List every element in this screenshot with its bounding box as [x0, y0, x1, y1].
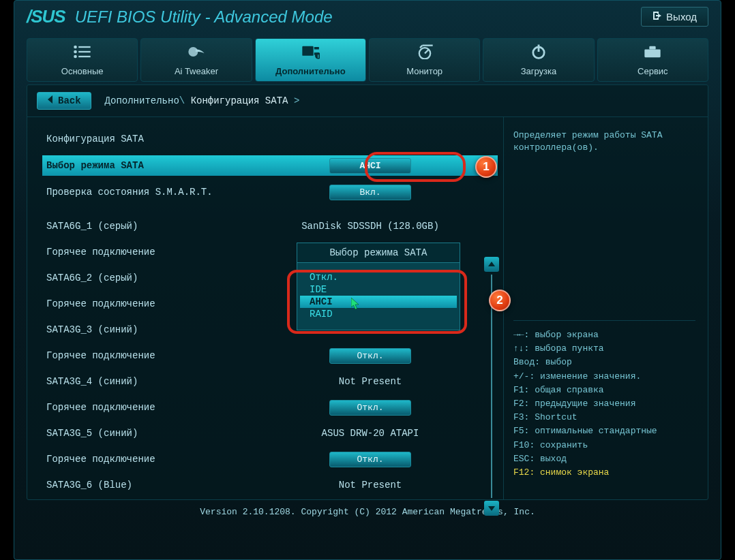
tab-tool[interactable]: Сервис — [597, 38, 708, 82]
port-value: ASUS DRW-20 ATAPI — [292, 428, 449, 439]
row-hotplug-3[interactable]: Горячее подключение Откл. — [46, 346, 498, 365]
hint: F2: предыдущие значения — [513, 398, 695, 410]
hint: F1: общая справка — [513, 384, 695, 396]
bios-window: /SUS UEFI BIOS Utility - Advanced Mode В… — [14, 0, 721, 560]
row-sata3g-6: SATA3G_6 (Blue) Not Present — [46, 476, 498, 495]
svg-rect-1 — [78, 46, 91, 47]
brand-title: UEFI BIOS Utility - Advanced Mode — [75, 7, 333, 27]
row-sata3g-4: SATA3G_4 (синий) Not Present — [46, 372, 498, 391]
svg-rect-3 — [78, 50, 91, 52]
tab-label: Дополнительно — [275, 66, 346, 76]
tab-aitweaker[interactable]: Ai Tweaker — [140, 38, 252, 82]
scroll-up-button[interactable] — [484, 257, 499, 272]
smart-value[interactable]: Вкл. — [329, 185, 411, 200]
footer-text: Version 2.10.1208. Copyright (C) 2012 Am… — [14, 500, 721, 524]
mouse-cursor-icon — [351, 298, 361, 310]
port-label: SATA3G_4 (синий) — [46, 376, 292, 387]
breadcrumb-a[interactable]: Дополнительно — [105, 95, 179, 106]
topbar: /SUS UEFI BIOS Utility - Advanced Mode В… — [14, 1, 721, 33]
row-hotplug-4[interactable]: Горячее подключение Откл. — [46, 398, 498, 417]
port-value: Not Present — [292, 376, 449, 387]
tab-label: Загрузка — [521, 66, 557, 76]
hint: F10: сохранить — [513, 439, 695, 452]
sata-mode-value[interactable]: AHCI — [329, 158, 411, 174]
chevron-left-icon — [47, 95, 54, 106]
svg-point-2 — [74, 50, 77, 53]
dropdown-title: Выбор режима SATA — [297, 243, 460, 263]
exit-button[interactable]: Выход — [641, 7, 708, 27]
smart-label: Проверка состояния S.M.A.R.T. — [46, 187, 292, 198]
svg-point-0 — [74, 45, 77, 48]
fan-icon — [187, 44, 206, 62]
hotplug-label: Горячее подключение — [46, 402, 292, 413]
back-button[interactable]: Back — [37, 92, 91, 110]
chip-icon: i — [301, 44, 320, 62]
list-icon — [73, 44, 92, 62]
breadcrumb-b: Конфигурация SATA — [191, 95, 288, 106]
row-hotplug-5[interactable]: Горячее подключение Откл. — [46, 450, 498, 469]
brand: /SUS UEFI BIOS Utility - Advanced Mode — [27, 6, 333, 27]
port-value: SanDisk SDSSDH (128.0GB) — [292, 221, 449, 232]
tab-monitor[interactable]: Монитор — [369, 38, 480, 82]
hint: +/-: изменение значения. — [513, 371, 695, 383]
tab-label: Основные — [61, 66, 104, 76]
port-label: SATA3G_3 (синий) — [46, 324, 292, 335]
port-label: SATA3G_6 (Blue) — [46, 480, 292, 491]
hotplug-value[interactable]: Откл. — [329, 400, 411, 416]
subheader: Back Дополнительно\ Конфигурация SATA > — [27, 85, 708, 117]
hotplug-label: Горячее подключение — [46, 298, 292, 309]
back-label: Back — [58, 95, 81, 106]
hint: →←: выбор экрана — [513, 329, 695, 341]
hint: ↑↓: выбора пункта — [513, 343, 695, 355]
svg-line-14 — [420, 45, 423, 48]
exit-label: Выход — [666, 11, 697, 22]
row-sata-mode[interactable]: Выбор режима SATA AHCI — [42, 155, 498, 176]
annotation-badge-1: 1 — [475, 156, 497, 178]
svg-rect-5 — [78, 55, 91, 57]
tab-advanced[interactable]: i Дополнительно — [255, 38, 366, 82]
hint: Ввод: выбор — [513, 356, 695, 369]
row-smart[interactable]: Проверка состояния S.M.A.R.T. Вкл. — [46, 183, 498, 202]
hotplug-label: Горячее подключение — [46, 454, 292, 465]
power-icon — [529, 44, 548, 62]
port-label: SATA6G_1 (серый) — [46, 221, 292, 232]
svg-rect-7 — [303, 46, 314, 55]
hint: F3: Shortcut — [513, 411, 695, 424]
tab-label: Ai Tweaker — [175, 66, 218, 76]
svg-line-13 — [425, 49, 429, 53]
hint: F5: оптимальные стандартные — [513, 425, 695, 437]
dropdown-item-ide[interactable]: IDE — [300, 283, 457, 296]
section-title: Конфигурация SATA — [46, 129, 498, 149]
hotplug-value[interactable]: Откл. — [329, 348, 411, 364]
breadcrumb-arrow: > — [294, 95, 299, 106]
port-value: Not Present — [292, 480, 449, 491]
port-label: SATA3G_5 (синий) — [46, 428, 292, 439]
svg-rect-19 — [650, 46, 656, 49]
gauge-icon — [415, 44, 434, 62]
scroll-down-button[interactable] — [484, 501, 499, 516]
dropdown-item-raid[interactable]: RAID — [300, 308, 457, 320]
svg-text:i: i — [318, 54, 319, 59]
hint-f12: F12: снимок экрана — [513, 467, 695, 479]
row-sata3g-5: SATA3G_5 (синий) ASUS DRW-20 ATAPI — [46, 424, 498, 443]
hotplug-value[interactable]: Откл. — [329, 452, 411, 467]
section-title-label: Конфигурация SATA — [46, 134, 292, 144]
help-pane: Определяет режим работы SATA контроллера… — [503, 117, 708, 500]
toolbox-icon — [643, 44, 662, 62]
tab-main[interactable]: Основные — [27, 38, 138, 82]
breadcrumb-sep: \ — [179, 95, 185, 106]
dropdown-item-off[interactable]: Откл. — [300, 271, 457, 283]
tab-boot[interactable]: Загрузка — [483, 38, 594, 82]
exit-icon — [652, 11, 662, 22]
sata-mode-label: Выбор режима SATA — [46, 160, 292, 171]
row-sata6g-1: SATA6G_1 (серый) SanDisk SDSSDH (128.0GB… — [46, 217, 498, 236]
hint: ESC: выход — [513, 453, 695, 465]
annotation-badge-2: 2 — [489, 290, 511, 311]
dropdown-item-ahci[interactable]: AHCI — [300, 296, 457, 308]
port-label: SATA6G_2 (серый) — [46, 273, 292, 283]
svg-rect-18 — [645, 49, 661, 57]
hotplug-label: Горячее подключение — [46, 350, 292, 361]
tab-label: Монитор — [406, 66, 442, 76]
tab-label: Сервис — [638, 66, 668, 76]
key-hints: →←: выбор экрана ↑↓: выбора пункта Ввод:… — [513, 320, 695, 480]
